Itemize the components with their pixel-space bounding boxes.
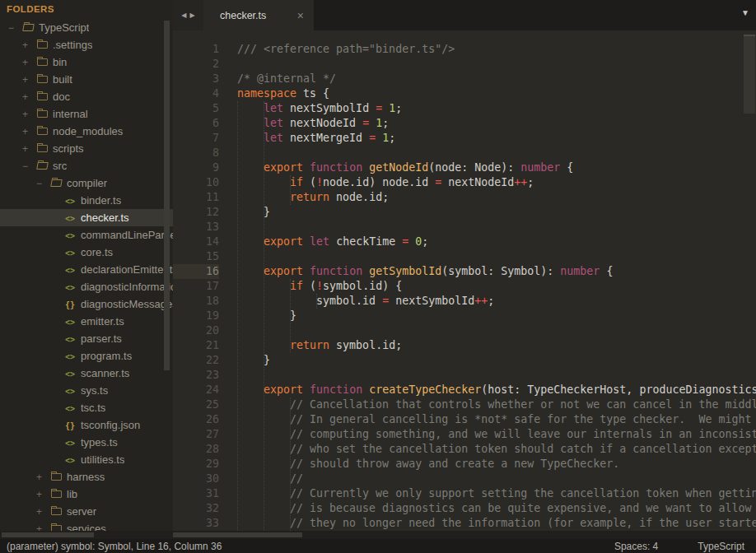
- code-line[interactable]: 18 symbol.id = nextSymbolId++;: [173, 294, 756, 309]
- sidebar-item-label: lib: [67, 488, 77, 500]
- code-line[interactable]: 22 }: [173, 353, 756, 368]
- expand-marker[interactable]: +: [35, 489, 51, 500]
- expand-marker[interactable]: −: [7, 22, 23, 34]
- code-line[interactable]: 9 export function getNodeId(node: Node):…: [173, 160, 756, 175]
- code-line[interactable]: 7 let nextMergeId = 1;: [173, 131, 756, 146]
- sidebar-item-label: scanner.ts: [81, 367, 129, 379]
- code-line[interactable]: 12 }: [173, 205, 756, 220]
- line-number: 14: [173, 235, 219, 249]
- sidebar-item-diagnosticinformationmap-generated-ts[interactable]: <>diagnosticInformationMap.generated.ts: [0, 278, 173, 295]
- code-editor[interactable]: 1/// <reference path="binder.ts"/>23/* @…: [173, 30, 756, 531]
- sidebar-item-typescript[interactable]: −TypeScript: [0, 19, 173, 36]
- expand-marker[interactable]: +: [21, 40, 37, 51]
- code-line[interactable]: 3/* @internal */: [173, 72, 756, 86]
- code-line[interactable]: 25 // Cancellation that controls whether…: [173, 397, 756, 412]
- tab-overflow-button[interactable]: ▼: [741, 8, 749, 17]
- sidebar-item-types-ts[interactable]: <>types.ts: [0, 434, 173, 451]
- expand-marker[interactable]: −: [21, 160, 37, 172]
- sidebar-item-utilities-ts[interactable]: <>utilities.ts: [0, 451, 173, 468]
- expand-marker[interactable]: +: [21, 126, 37, 137]
- code-line[interactable]: 26 // In general cancelling is *not* saf…: [173, 412, 756, 427]
- sidebar-item-src[interactable]: −src: [0, 157, 173, 174]
- expand-marker[interactable]: +: [35, 506, 51, 518]
- sidebar-item--settings[interactable]: +.settings: [0, 36, 173, 53]
- code-line[interactable]: 13: [173, 220, 756, 235]
- sidebar-item-parser-ts[interactable]: <>parser.ts: [0, 330, 173, 347]
- sidebar-item-label: tsc.ts: [81, 402, 105, 414]
- sidebar-item-services[interactable]: +services: [0, 520, 173, 531]
- code-line[interactable]: 10 if (!node.id) node.id = nextNodeId++;: [173, 175, 756, 190]
- line-number: 4: [173, 86, 219, 101]
- code-line[interactable]: 23: [173, 368, 756, 383]
- code-text: [219, 146, 237, 159]
- sidebar-item-label: internal: [53, 108, 88, 120]
- sidebar-horizontal-scrollbar-thumb[interactable]: [2, 532, 94, 537]
- code-line[interactable]: 6 let nextNodeId = 1;: [173, 116, 756, 131]
- sidebar-vertical-scrollbar-thumb[interactable]: [164, 21, 170, 370]
- expand-marker[interactable]: +: [21, 74, 37, 86]
- code-text: let nextMergeId = 1;: [219, 132, 395, 144]
- tab-prev-button[interactable]: ◀: [181, 12, 186, 19]
- code-line[interactable]: 14 export let checkTime = 0;: [173, 235, 756, 249]
- code-line[interactable]: 31 // Currently we only support setting …: [173, 486, 756, 501]
- code-line[interactable]: 21 return symbol.id;: [173, 338, 756, 353]
- sidebar-item-doc[interactable]: +doc: [0, 88, 173, 105]
- code-line[interactable]: 24 export function createTypeChecker(hos…: [173, 383, 756, 397]
- code-line[interactable]: 1/// <reference path="binder.ts"/>: [173, 42, 756, 57]
- tab-next-button[interactable]: ▶: [190, 12, 195, 19]
- sidebar-item-lib[interactable]: +lib: [0, 486, 173, 503]
- code-line[interactable]: 20: [173, 323, 756, 338]
- sidebar-item-node-modules[interactable]: +node_modules: [0, 123, 173, 140]
- sidebar-item-built[interactable]: +built: [0, 71, 173, 88]
- close-icon[interactable]: ×: [297, 10, 304, 21]
- sidebar-item-commandlineparser-ts[interactable]: <>commandLineParser.ts: [0, 226, 173, 244]
- code-line[interactable]: 17 if (!symbol.id) {: [173, 279, 756, 294]
- code-line[interactable]: 11 return node.id;: [173, 190, 756, 205]
- code-line[interactable]: 33 // they no longer need the informatio…: [173, 516, 756, 531]
- code-line[interactable]: 4namespace ts {: [173, 86, 756, 101]
- code-line[interactable]: 16 export function getSymbolId(symbol: S…: [173, 264, 756, 279]
- expand-marker[interactable]: −: [35, 178, 51, 189]
- sidebar-item-tsc-ts[interactable]: <>tsc.ts: [0, 399, 173, 416]
- expand-marker[interactable]: +: [21, 143, 37, 155]
- code-text: export function getNodeId(node: Node): n…: [219, 161, 573, 174]
- expand-marker[interactable]: +: [35, 472, 51, 483]
- sidebar-item-compiler[interactable]: −compiler: [0, 174, 173, 192]
- sidebar-item-declarationemitter-ts[interactable]: <>declarationEmitter.ts: [0, 261, 173, 278]
- sidebar-item-core-ts[interactable]: <>core.ts: [0, 244, 173, 261]
- sidebar-item-scanner-ts[interactable]: <>scanner.ts: [0, 365, 173, 382]
- line-number: 3: [173, 72, 219, 86]
- sidebar-item-emitter-ts[interactable]: <>emitter.ts: [0, 313, 173, 330]
- sidebar-item-bin[interactable]: +bin: [0, 53, 173, 71]
- sidebar-item-scripts[interactable]: +scripts: [0, 140, 173, 157]
- expand-marker[interactable]: +: [21, 57, 37, 68]
- sidebar-item-tsconfig-json[interactable]: {}tsconfig.json: [0, 416, 173, 434]
- code-line[interactable]: 30 //: [173, 472, 756, 486]
- code-line[interactable]: 2: [173, 57, 756, 72]
- code-line[interactable]: 32 // is because diagnostics can be quit…: [173, 501, 756, 516]
- sidebar-item-sys-ts[interactable]: <>sys.ts: [0, 382, 173, 399]
- sidebar-item-diagnosticmessages-json[interactable]: {}diagnosticMessages.json: [0, 295, 173, 313]
- expand-marker[interactable]: +: [21, 109, 37, 120]
- expand-marker[interactable]: +: [35, 523, 51, 532]
- code-line[interactable]: 19 }: [173, 309, 756, 323]
- code-line[interactable]: 29 // should throw away and create a new…: [173, 457, 756, 472]
- sidebar-item-checker-ts[interactable]: <>checker.ts: [0, 209, 173, 226]
- editor-horizontal-scrollbar-thumb[interactable]: [173, 532, 302, 537]
- sidebar-item-harness[interactable]: +harness: [0, 468, 173, 486]
- code-line[interactable]: 27 // computing something, and we will l…: [173, 427, 756, 442]
- code-text: [219, 58, 237, 70]
- expand-marker[interactable]: +: [21, 91, 37, 103]
- sidebar-item-program-ts[interactable]: <>program.ts: [0, 347, 173, 365]
- line-number: 22: [173, 353, 219, 368]
- sidebar-item-internal[interactable]: +internal: [0, 105, 173, 123]
- code-line[interactable]: 8: [173, 146, 756, 160]
- indentation-status[interactable]: Spaces: 4: [614, 541, 658, 552]
- code-line[interactable]: 5 let nextSymbolId = 1;: [173, 101, 756, 116]
- sidebar-item-binder-ts[interactable]: <>binder.ts: [0, 192, 173, 209]
- tab-checker-ts[interactable]: checker.ts ×: [203, 0, 314, 30]
- code-line[interactable]: 15: [173, 249, 756, 264]
- sidebar-item-server[interactable]: +server: [0, 503, 173, 520]
- code-line[interactable]: 28 // who set the cancellation token sho…: [173, 442, 756, 457]
- syntax-status[interactable]: TypeScript: [698, 541, 744, 552]
